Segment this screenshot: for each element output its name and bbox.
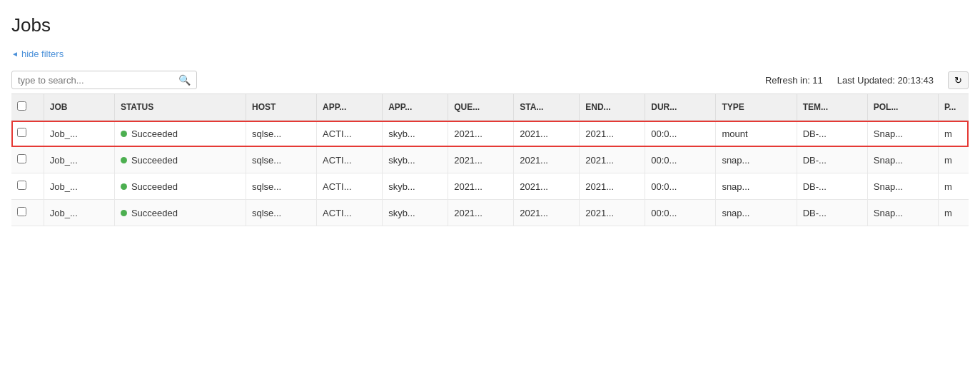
- header-end: END...: [580, 94, 645, 121]
- status-dot-icon: [121, 131, 127, 137]
- cell-dur: 00:0...: [645, 173, 716, 200]
- header-job: JOB: [44, 94, 114, 121]
- cell-tem: DB-...: [797, 147, 867, 173]
- refresh-button[interactable]: ↻: [948, 71, 969, 89]
- search-input[interactable]: [18, 75, 178, 86]
- header-checkbox[interactable]: [11, 94, 44, 121]
- header-app1: APP...: [317, 94, 383, 121]
- cell-end: 2021...: [580, 173, 645, 200]
- header-tem: TEM...: [797, 94, 867, 121]
- hide-filters-label: hide filters: [21, 49, 64, 59]
- cell-que: 2021...: [448, 173, 514, 200]
- status-dot-icon: [121, 210, 127, 216]
- cell-pol: Snap...: [867, 173, 938, 200]
- cell-job: Job_...: [44, 147, 114, 173]
- cell-dur: 00:0...: [645, 200, 716, 226]
- select-all-checkbox[interactable]: [17, 101, 26, 111]
- cell-status: Succeeded: [114, 173, 246, 200]
- cell-tem: DB-...: [797, 121, 867, 147]
- status-dot-icon: [121, 183, 127, 190]
- jobs-table: JOB STATUS HOST APP... APP... QUE... STA…: [11, 94, 969, 226]
- cell-host: sqlse...: [246, 121, 317, 147]
- cell-p: m: [938, 121, 969, 147]
- header-app2: APP...: [383, 94, 448, 121]
- refresh-label: Refresh in: 11: [765, 75, 823, 86]
- cell-job: Job_...: [44, 173, 114, 200]
- row-checkbox[interactable]: [17, 154, 26, 163]
- row-checkbox[interactable]: [17, 128, 26, 137]
- cell-app1: ACTI...: [317, 173, 383, 200]
- cell-type: snap...: [716, 200, 797, 226]
- cell-pol: Snap...: [867, 200, 938, 226]
- cell-dur: 00:0...: [645, 121, 716, 147]
- table-row[interactable]: Job_...Succeededsqlse...ACTI...skyb...20…: [11, 121, 969, 147]
- header-host: HOST: [246, 94, 317, 121]
- status-text: Succeeded: [131, 208, 178, 218]
- cell-pol: Snap...: [867, 121, 938, 147]
- table-row[interactable]: Job_...Succeededsqlse...ACTI...skyb...20…: [11, 173, 969, 200]
- toolbar: 🔍 Refresh in: 11 Last Updated: 20:13:43 …: [11, 66, 969, 94]
- cell-app1: ACTI...: [317, 121, 383, 147]
- row-checkbox[interactable]: [17, 181, 26, 190]
- hide-filters-link[interactable]: hide filters: [11, 49, 64, 59]
- cell-app1: ACTI...: [317, 147, 383, 173]
- cell-p: m: [938, 200, 969, 226]
- status-text: Succeeded: [131, 128, 178, 139]
- cell-app2: skyb...: [383, 147, 448, 173]
- cell-host: sqlse...: [246, 200, 317, 226]
- jobs-table-wrapper: JOB STATUS HOST APP... APP... QUE... STA…: [11, 94, 969, 226]
- cell-host: sqlse...: [246, 173, 317, 200]
- cell-sta: 2021...: [514, 121, 580, 147]
- header-dur: DUR...: [645, 94, 716, 121]
- search-icon[interactable]: 🔍: [178, 74, 191, 86]
- last-updated-label: Last Updated: 20:13:43: [837, 75, 934, 86]
- cell-app2: skyb...: [383, 173, 448, 200]
- cell-que: 2021...: [448, 147, 514, 173]
- cell-type: snap...: [716, 173, 797, 200]
- refresh-info: Refresh in: 11 Last Updated: 20:13:43 ↻: [765, 71, 969, 89]
- header-pol: POL...: [867, 94, 938, 121]
- cell-end: 2021...: [580, 121, 645, 147]
- cell-job: Job_...: [44, 121, 114, 147]
- row-checkbox[interactable]: [17, 207, 26, 216]
- cell-pol: Snap...: [867, 147, 938, 173]
- header-status: STATUS: [114, 94, 246, 121]
- cell-host: sqlse...: [246, 147, 317, 173]
- cell-status: Succeeded: [114, 121, 246, 147]
- cell-que: 2021...: [448, 121, 514, 147]
- cell-type: snap...: [716, 147, 797, 173]
- status-dot-icon: [121, 157, 127, 163]
- status-text: Succeeded: [131, 155, 178, 166]
- cell-tem: DB-...: [797, 200, 867, 226]
- cell-job: Job_...: [44, 200, 114, 226]
- cell-status: Succeeded: [114, 200, 246, 226]
- table-row[interactable]: Job_...Succeededsqlse...ACTI...skyb...20…: [11, 147, 969, 173]
- page-title: Jobs: [11, 14, 969, 36]
- cell-app2: skyb...: [383, 121, 448, 147]
- cell-sta: 2021...: [514, 147, 580, 173]
- header-sta: STA...: [514, 94, 580, 121]
- cell-p: m: [938, 173, 969, 200]
- cell-app1: ACTI...: [317, 200, 383, 226]
- cell-type: mount: [716, 121, 797, 147]
- status-text: Succeeded: [131, 181, 178, 192]
- cell-tem: DB-...: [797, 173, 867, 200]
- cell-end: 2021...: [580, 200, 645, 226]
- header-type: TYPE: [716, 94, 797, 121]
- cell-que: 2021...: [448, 200, 514, 226]
- cell-sta: 2021...: [514, 200, 580, 226]
- cell-status: Succeeded: [114, 147, 246, 173]
- header-p: P...: [938, 94, 969, 121]
- cell-app2: skyb...: [383, 200, 448, 226]
- table-header-row: JOB STATUS HOST APP... APP... QUE... STA…: [11, 94, 969, 121]
- cell-dur: 00:0...: [645, 147, 716, 173]
- cell-end: 2021...: [580, 147, 645, 173]
- header-que: QUE...: [448, 94, 514, 121]
- cell-p: m: [938, 147, 969, 173]
- cell-sta: 2021...: [514, 173, 580, 200]
- table-row[interactable]: Job_...Succeededsqlse...ACTI...skyb...20…: [11, 200, 969, 226]
- search-box: 🔍: [11, 71, 197, 89]
